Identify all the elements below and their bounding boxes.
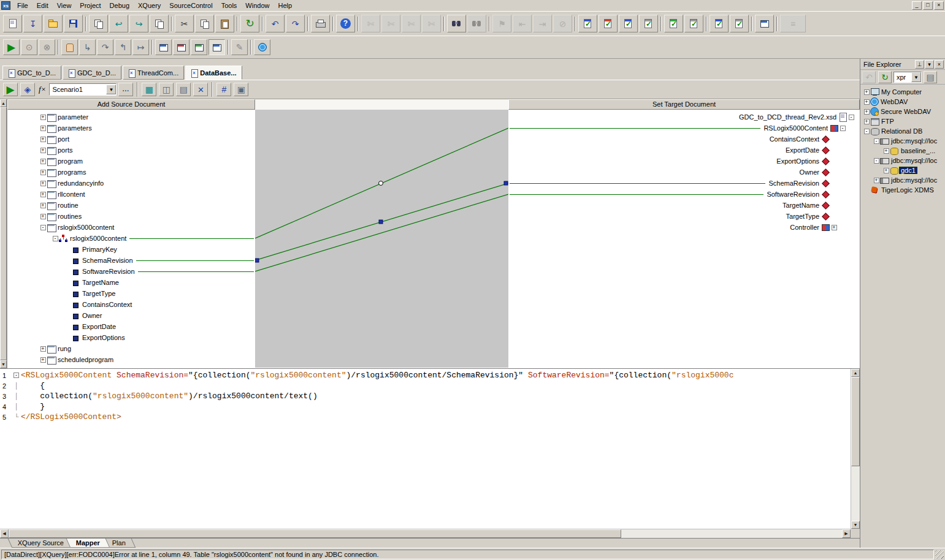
expand-toggle[interactable]: + [39,170,47,175]
well-formed-button[interactable] [639,15,658,32]
clear-mappings-button[interactable]: × [193,83,208,96]
fold-toggle-icon[interactable]: │ [12,383,21,389]
scroll-up-button[interactable]: ▲ [851,369,860,377]
menu-item[interactable]: File [13,1,33,10]
source-tree-item[interactable]: SoftwareRevision [7,266,255,277]
custom-tool-button[interactable]: ≡ [780,15,806,32]
mapping-report-button[interactable]: ▤ [176,83,191,96]
target-tree-item[interactable]: RSLogix5000Content - [508,123,860,134]
refresh-button[interactable]: ↻ [240,15,259,32]
source-tree-item[interactable]: + parameters [7,123,255,134]
expand-toggle[interactable] [830,137,838,142]
document-tab[interactable]: GDC_to_D... [2,66,61,80]
assign-schema-button[interactable] [664,15,683,32]
validate-button[interactable] [578,15,597,32]
expand-toggle[interactable]: + [39,126,47,131]
expand-toggle[interactable] [64,280,71,286]
expand-toggle[interactable]: + [39,214,47,219]
source-tree-item[interactable]: + programs [7,167,255,178]
expand-toggle[interactable] [64,324,71,330]
restore-button[interactable]: □ [923,1,933,10]
browser-preview-button[interactable] [254,39,270,55]
expand-toggle[interactable] [830,214,838,219]
code-vertical-scrollbar[interactable]: ▲ ▼ [851,369,860,529]
target-tree-item[interactable]: TargetName [508,200,860,211]
expand-toggle[interactable] [64,302,71,308]
expand-toggle[interactable] [830,203,838,208]
target-tree-item[interactable]: ExportOptions [508,156,860,167]
panel-close-button[interactable]: × [935,60,944,69]
find-button[interactable] [447,15,466,32]
undo-button[interactable]: ↶ [266,15,285,32]
target-tree-item[interactable]: GDC_to_DCD_thread_Rev2.xsd - [508,112,860,123]
paste-button[interactable] [215,15,234,32]
extension-filter-select[interactable]: xpr ▼ [893,72,922,83]
fold-toggle-icon[interactable]: │ [12,404,21,410]
source-tree-item[interactable]: TargetType [7,288,255,299]
expand-toggle[interactable]: + [39,192,47,197]
target-tree-item[interactable]: TargetType [508,211,860,222]
scrollbar-thumb[interactable] [851,377,860,466]
annotate-button[interactable]: ✎ [231,39,248,55]
explorer-tree-item[interactable]: + gdc1 [860,165,945,175]
validate-schema-button[interactable] [599,15,618,32]
expand-toggle[interactable] [64,247,71,252]
expand-toggle[interactable]: + [863,89,870,95]
expand-toggle[interactable]: + [39,357,47,363]
expand-toggle[interactable]: + [39,115,47,120]
fold-toggle-icon[interactable]: │ [12,393,21,399]
print-button[interactable] [311,15,330,32]
expand-toggle[interactable]: + [882,148,890,154]
scenario-select[interactable]: Scenario1 ▼ [49,83,117,96]
document-tab[interactable]: ThreadCom... [123,66,184,80]
explorer-tree-item[interactable]: + FTP [860,116,945,126]
expand-toggle[interactable] [64,269,71,274]
source-tree-item[interactable]: + redundancyinfo [7,178,255,189]
expand-toggle[interactable] [830,170,838,175]
expand-toggle[interactable]: + [39,203,47,208]
expand-toggle[interactable]: - [873,158,880,164]
expand-toggle[interactable]: - [873,138,880,144]
preview-window-button[interactable]: ◫ [159,83,174,96]
expand-toggle[interactable] [64,291,71,297]
scroll-up-button[interactable]: ▲ [0,99,7,107]
bookmark-next-button[interactable]: ⇥ [533,15,552,32]
explorer-tree-item[interactable]: + Secure WebDAV [860,107,945,116]
run-scenario-button[interactable]: ▶ [3,83,18,96]
source-tree-item[interactable]: + routines [7,211,255,222]
explorer-tree-item[interactable]: - Relational DB [860,126,945,136]
source-tree-item[interactable]: + scheduledprogram [7,354,255,365]
expand-toggle[interactable]: + [863,99,870,105]
show-properties-button[interactable]: ▦ [142,83,156,96]
explorer-tree-item[interactable]: + My Computer [860,87,945,97]
resize-grip[interactable] [935,550,944,559]
menu-item[interactable]: Debug [105,1,134,10]
scroll-down-button[interactable]: ▼ [851,521,860,529]
cut-button[interactable]: ✂ [175,15,194,32]
fold-toggle-icon[interactable]: - [13,373,19,378]
menu-item[interactable]: XQuery [134,1,165,10]
source-tree-item[interactable]: ExportDate [7,321,255,332]
scenario-properties-button[interactable]: ◈ [20,83,35,96]
source-scrollbar[interactable]: ▲ ▼ [0,99,7,368]
expand-toggle[interactable]: + [39,148,47,153]
target-tree-item[interactable]: Owner [508,167,860,178]
preview-result-button[interactable]: ▶ [3,39,20,55]
open-button[interactable] [44,15,63,32]
source-tree-item[interactable]: PrimaryKey [7,244,255,255]
explorer-refresh-button[interactable]: ↻ [878,71,892,83]
expand-toggle[interactable]: - [52,236,59,241]
target-tree-item[interactable]: SchemaRevision [508,178,860,189]
menu-item[interactable]: Edit [33,1,53,10]
target-tree-item[interactable]: Controller + [508,222,860,233]
target-tree-item[interactable]: SoftwareRevision [508,189,860,200]
deploy-button[interactable] [755,15,774,32]
expand-toggle[interactable]: - [863,129,870,134]
expand-toggle[interactable]: + [39,159,47,164]
close-document-button[interactable] [150,15,169,32]
show-breakpoints-button[interactable] [173,39,189,55]
document-tab[interactable]: GDC_to_D... [63,66,121,80]
save-all-button[interactable] [89,15,108,32]
toggle-grid-button[interactable]: # [216,83,231,96]
expand-toggle[interactable] [64,258,71,263]
